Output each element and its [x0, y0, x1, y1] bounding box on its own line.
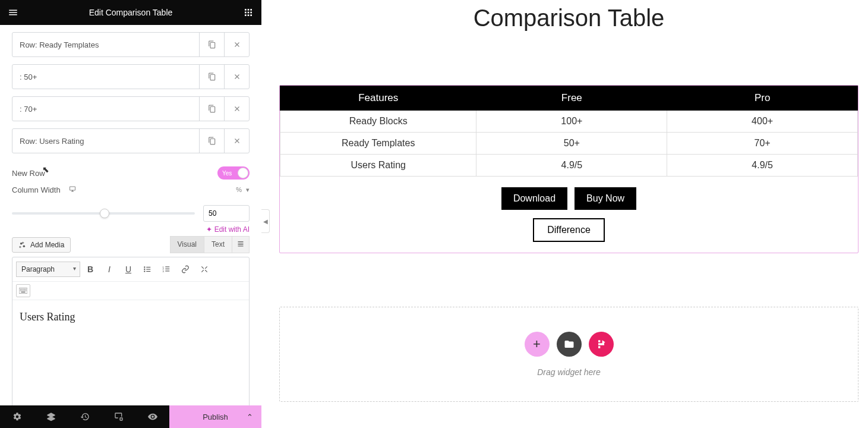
- table-header: Pro: [667, 86, 858, 111]
- svg-point-10: [23, 245, 26, 247]
- publish-label: Publish: [203, 413, 228, 421]
- svg-rect-18: [146, 269, 150, 269]
- bullet-list-button[interactable]: [138, 261, 156, 278]
- add-widget-button[interactable]: +: [525, 332, 550, 357]
- table-cell: 100+: [476, 111, 667, 133]
- unit-label: %: [236, 186, 242, 193]
- svg-rect-31: [24, 289, 25, 289]
- chevron-up-icon[interactable]: ⌃: [247, 413, 253, 421]
- slider-thumb[interactable]: [100, 209, 109, 218]
- paragraph-format-select[interactable]: Paragraph: [16, 262, 80, 277]
- desktop-icon[interactable]: [68, 185, 77, 194]
- table-header: Features: [280, 86, 476, 111]
- numbered-list-button[interactable]: 123: [157, 261, 175, 278]
- new-row-toggle[interactable]: Yes: [217, 166, 250, 180]
- svg-text:3: 3: [163, 270, 165, 273]
- sidebar-title: Edit Comparison Table: [89, 8, 173, 17]
- close-icon[interactable]: [224, 33, 249, 56]
- sidebar-header: Edit Comparison Table: [0, 0, 261, 25]
- table-cell: Ready Blocks: [280, 111, 476, 133]
- history-icon[interactable]: [68, 405, 102, 428]
- table-cell: 400+: [667, 111, 858, 133]
- svg-rect-35: [23, 290, 23, 291]
- menu-icon[interactable]: [7, 7, 19, 18]
- svg-rect-30: [23, 289, 23, 289]
- table-cell: Ready Templates: [280, 133, 476, 155]
- collapse-sidebar-handle[interactable]: ◀: [261, 209, 270, 233]
- svg-point-17: [144, 269, 145, 270]
- apps-icon[interactable]: [242, 7, 254, 18]
- editor-mode-tabs: Visual Text: [170, 236, 250, 253]
- svg-rect-4: [248, 12, 250, 14]
- column-width-input[interactable]: [203, 205, 250, 222]
- row-item: : 70+: [12, 96, 250, 121]
- unit-selector[interactable]: % ▾: [236, 186, 250, 194]
- new-row-label: New Row: [12, 169, 45, 178]
- table-header-row: Features Free Pro: [280, 86, 858, 111]
- svg-rect-1: [248, 9, 250, 11]
- tab-extra-icon[interactable]: [232, 236, 250, 253]
- add-media-button[interactable]: Add Media: [12, 237, 71, 253]
- link-button[interactable]: [176, 261, 194, 278]
- tab-visual[interactable]: Visual: [170, 236, 204, 253]
- buy-now-button[interactable]: Buy Now: [575, 187, 636, 210]
- template-library-button[interactable]: [557, 332, 582, 357]
- close-icon[interactable]: [224, 129, 249, 153]
- publish-button[interactable]: Publish ⌃: [169, 405, 261, 428]
- bold-button[interactable]: B: [81, 261, 99, 278]
- preview-canvas: Comparison Table Features Free Pro Ready…: [270, 0, 868, 428]
- keyboard-icon[interactable]: [16, 284, 30, 297]
- duplicate-icon[interactable]: [199, 129, 224, 153]
- close-icon[interactable]: [224, 97, 249, 121]
- settings-icon[interactable]: [0, 405, 34, 428]
- edit-with-ai-link[interactable]: ✦ Edit with AI: [12, 225, 250, 234]
- widget-dropzone[interactable]: + Drag widget here: [279, 307, 858, 402]
- table-cell: 70+: [667, 133, 858, 155]
- comparison-table-widget[interactable]: Features Free Pro Ready Blocks 100+ 400+…: [279, 85, 858, 253]
- close-icon[interactable]: [224, 65, 249, 89]
- tab-text[interactable]: Text: [204, 236, 232, 253]
- wysiwyg-content[interactable]: Users Rating: [12, 300, 249, 419]
- svg-rect-26: [165, 270, 169, 271]
- editor-toolbar-top: Add Media Visual Text: [12, 236, 250, 253]
- responsive-icon[interactable]: [102, 405, 135, 428]
- navigator-icon[interactable]: [34, 405, 68, 428]
- row-item-label[interactable]: Row: Users Rating: [12, 129, 199, 153]
- difference-button[interactable]: Difference: [533, 218, 605, 242]
- row-settings: New Row Yes Column Width % ▾: [0, 153, 261, 420]
- svg-rect-33: [20, 290, 21, 291]
- svg-point-19: [144, 270, 145, 272]
- underline-button[interactable]: U: [119, 261, 137, 278]
- preview-icon[interactable]: [135, 405, 169, 428]
- svg-rect-7: [248, 14, 250, 16]
- rows-list: Row: Ready Templates : 50+ : 70+ Row: Us…: [0, 25, 261, 153]
- row-item: : 50+: [12, 64, 250, 89]
- table-header: Free: [476, 86, 667, 111]
- download-button[interactable]: Download: [501, 187, 567, 210]
- duplicate-icon[interactable]: [199, 33, 224, 56]
- toggle-yes-label: Yes: [222, 170, 232, 177]
- column-width-label: Column Width: [12, 185, 61, 194]
- sidebar-footer: Publish ⌃: [0, 405, 261, 428]
- svg-rect-34: [21, 290, 22, 291]
- row-item-label[interactable]: : 50+: [12, 65, 199, 89]
- editor-sidebar: Edit Comparison Table Row: Ready Templat…: [0, 0, 261, 428]
- column-width-slider[interactable]: [12, 212, 195, 215]
- duplicate-icon[interactable]: [199, 65, 224, 89]
- svg-rect-13: [238, 244, 244, 245]
- svg-rect-24: [165, 269, 169, 269]
- row-item: Row: Ready Templates: [12, 32, 250, 57]
- dropzone-buttons: +: [525, 332, 614, 357]
- fullscreen-button[interactable]: [195, 261, 213, 278]
- column-width-slider-row: [12, 205, 250, 222]
- elementskit-button[interactable]: [589, 332, 614, 357]
- add-media-label: Add Media: [30, 241, 64, 249]
- row-item-label[interactable]: : 70+: [12, 97, 199, 121]
- svg-rect-22: [165, 266, 169, 267]
- duplicate-icon[interactable]: [199, 97, 224, 121]
- row-item: Row: Users Rating: [12, 128, 250, 153]
- chevron-down-icon: ▾: [246, 186, 250, 193]
- svg-rect-16: [146, 267, 150, 268]
- italic-button[interactable]: I: [100, 261, 118, 278]
- row-item-label[interactable]: Row: Ready Templates: [12, 33, 199, 56]
